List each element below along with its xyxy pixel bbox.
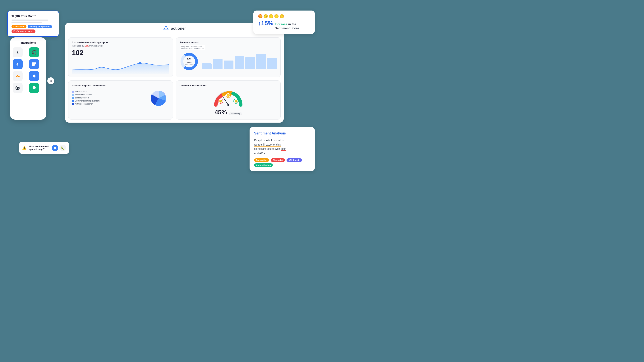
legend-documentation: Documentation improvement (72, 100, 146, 102)
customers-card: # of customers seeking support Increased… (68, 37, 173, 77)
tldr-line-1 (12, 19, 48, 21)
tag-performance[interactable]: Performance issues (12, 29, 36, 33)
svg-rect-5 (32, 64, 36, 65)
bug-icon-caterpillar[interactable]: 🐛 (60, 145, 66, 151)
svg-line-30 (224, 98, 228, 105)
integration-intercom[interactable] (29, 59, 39, 69)
tag-frustration[interactable]: Frustration (12, 25, 26, 28)
bar-6 (256, 54, 266, 69)
sentiment-increase: Increase (275, 22, 287, 26)
emoji-neutral: 😐 (269, 14, 274, 18)
integration-hubspot[interactable] (13, 71, 22, 81)
revenue-content: $25Millions Total Impact (180, 52, 277, 71)
emoji-sad: 😟 (263, 14, 268, 18)
bug-icon-diamond[interactable] (52, 145, 58, 151)
svg-rect-6 (32, 65, 35, 66)
sa-text: Despite multiple updates, we're still ex… (254, 138, 310, 155)
svg-point-14 (32, 86, 36, 89)
legend-text-notif: Notifications domain (75, 94, 92, 96)
signals-title: Product Signals Distribution (72, 84, 169, 87)
revenue-legend: Total Revenue Impact: 453kTotal Customer… (180, 45, 205, 50)
legend-text-sec: Security concern (75, 97, 89, 99)
svg-text:Z: Z (17, 51, 18, 54)
svg-point-7 (17, 75, 18, 76)
sa-tag-auth[interactable]: Authentication (254, 163, 273, 167)
customers-count: 102 (72, 49, 169, 57)
phone-mockup: Integrations Z 🎧 (10, 37, 46, 120)
improving-badge: Improving (229, 112, 242, 115)
integration-diamond[interactable] (29, 71, 39, 81)
legend-dot-doc (72, 100, 74, 102)
tldr-lines (12, 19, 55, 23)
emoji-angry: 😡 (258, 14, 263, 18)
integration-zendesk[interactable]: Z (13, 47, 22, 57)
integration-headphone[interactable]: 🎧 (29, 47, 39, 57)
sa-tag-churn[interactable]: Churn risk (271, 158, 285, 162)
sa-title: Sentiment Analysis (254, 131, 310, 135)
svg-marker-2 (16, 62, 19, 66)
health-percent: 45% (215, 109, 227, 116)
legend-authentication: Authentication (72, 91, 146, 93)
bar-4 (234, 56, 244, 69)
bar-5 (245, 57, 255, 69)
integration-github[interactable] (13, 83, 22, 93)
sa-tag-api[interactable]: API domain (286, 158, 302, 162)
customers-title: # of customers seeking support (72, 41, 169, 44)
legend-dot-auth (72, 91, 74, 93)
logo-icon (163, 25, 169, 31)
legend-notifications: Notifications domain (72, 94, 146, 96)
dashboard-body: # of customers seeking support Increased… (65, 34, 284, 123)
signals-content: Authentication Notifications domain Secu… (72, 88, 169, 109)
svg-text:🙂: 🙂 (234, 100, 238, 103)
svg-marker-12 (32, 74, 36, 78)
legend-security: Security concern (72, 97, 146, 99)
donut-label: Total Impact (185, 63, 193, 65)
legend-text-doc: Documentation improvement (75, 100, 100, 102)
tldr-title: TL;DR This Month (12, 14, 55, 18)
tldr-line-2 (12, 22, 42, 23)
bar-3 (224, 60, 234, 69)
emoji-row: 😡 😟 😐 🙂 😊 (258, 14, 299, 18)
integrations-grid: Z 🎧 (13, 47, 44, 93)
svg-text:😐: 😐 (227, 94, 230, 97)
legend-dot-sec (72, 97, 74, 99)
bug-text: What are the most spotted bugs? (29, 145, 50, 151)
signals-legend: Authentication Notifications domain Secu… (72, 91, 146, 106)
sa-tag-frustration[interactable]: Frustration (254, 158, 269, 162)
health-percent-row: 45% Improving (215, 109, 242, 116)
bar-1 (202, 63, 212, 69)
main-dashboard: actioner # of customers seeking support … (65, 22, 284, 123)
tldr-card: TL;DR This Month Frustration Missing int… (7, 10, 59, 37)
integration-chatwoot[interactable] (29, 83, 39, 93)
bug-card: ⚠️ What are the most spotted bugs? 🐛 (19, 142, 69, 154)
svg-marker-15 (33, 89, 34, 90)
svg-point-31 (227, 104, 229, 106)
svg-text:😢: 😢 (219, 100, 222, 103)
emoji-happy: 🙂 (274, 14, 279, 18)
legend-text-auth: Authentication (75, 91, 87, 93)
pie-chart (148, 88, 169, 109)
svg-rect-4 (32, 63, 36, 64)
health-card: Customer Health Score 😢 (176, 80, 280, 119)
bar-chart (202, 54, 277, 69)
sa-underline-green: APIs (259, 152, 265, 155)
sa-tags: Frustration Churn risk API domain Authen… (254, 158, 310, 167)
bug-icon-group: 🐛 (52, 145, 66, 151)
customers-subtitle: Increased by 10% from last week (72, 45, 169, 47)
donut-center: $25Millions Total Impact (185, 58, 193, 65)
dashboard-header: actioner (65, 22, 284, 34)
sentiment-text: Increase in theSentiment Score (275, 22, 299, 30)
sentiment-analysis-card: Sentiment Analysis Despite multiple upda… (250, 127, 315, 171)
integration-thunderbolt[interactable] (13, 59, 22, 69)
svg-point-20 (138, 62, 142, 64)
legend-text-net: Network connectivity (75, 103, 92, 105)
gauge-chart: 😢 😐 🙂 (213, 90, 244, 107)
line-chart (72, 58, 169, 74)
svg-marker-16 (54, 146, 56, 149)
arrow-connector: ⇔ (47, 77, 54, 84)
legend-dot-net (72, 103, 74, 105)
revenue-card: Revenue Impact Total Revenue Impact: 453… (176, 37, 280, 77)
sa-underline-yellow: we're still experiencing (254, 143, 281, 146)
logo-text: actioner (171, 26, 186, 31)
tag-missing-integrations[interactable]: Missing integrations (28, 25, 52, 28)
